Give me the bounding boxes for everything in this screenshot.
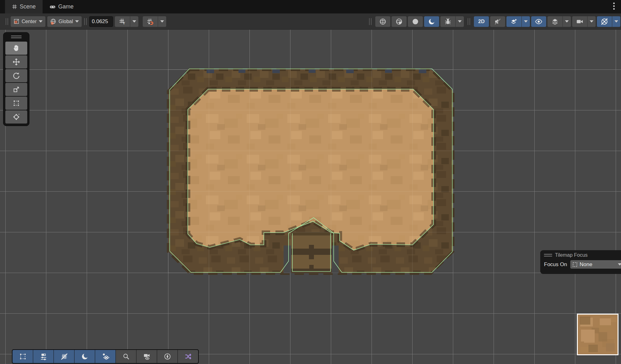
scene-lighting-toggle[interactable] (424, 16, 439, 27)
scene-effects-toggle[interactable] (506, 16, 521, 27)
grid-size-input[interactable] (89, 16, 113, 27)
camera-overlay-dropdown[interactable] (588, 16, 596, 27)
layers-icon (551, 18, 559, 25)
toolbar-drag-handle[interactable] (468, 18, 470, 25)
scene-toolbar: Center Global Y (0, 13, 621, 30)
audio-toggle[interactable] (490, 16, 505, 27)
eye-icon (535, 18, 543, 26)
move-tool[interactable] (5, 55, 27, 68)
camera-overlay-button[interactable] (572, 16, 587, 27)
overlay-drag-handle[interactable] (544, 254, 552, 256)
pivot-mode-label: Center (22, 19, 37, 24)
more-menu-button[interactable] (611, 3, 617, 10)
search-button[interactable] (116, 350, 136, 363)
scale-icon (13, 86, 20, 93)
grid-visibility-button[interactable] (54, 350, 74, 363)
overlay-drag-handle[interactable] (5, 34, 27, 40)
tools-overlay (3, 32, 29, 126)
chevron-down-icon (39, 20, 43, 23)
tilemap-focus-title: Tilemap Focus (555, 252, 588, 258)
shaded-wireframe-toggle[interactable] (375, 16, 390, 27)
layers-dropdown[interactable] (563, 16, 571, 27)
grid-axis-button[interactable]: Y (115, 16, 130, 27)
chevron-down-icon (618, 263, 621, 265)
diamond-grid-icon (101, 352, 110, 361)
grid-snap-dropdown[interactable] (158, 16, 166, 27)
toolbar-drag-handle[interactable] (84, 18, 87, 25)
svg-text:Y: Y (123, 21, 126, 25)
chevron-down-icon (160, 20, 164, 23)
navigation-button[interactable] (157, 350, 177, 363)
toolbar-drag-handle[interactable] (369, 18, 372, 25)
wire-sphere-icon (379, 18, 387, 25)
rect-tool[interactable] (5, 97, 27, 110)
grid-axis-dropdown[interactable] (130, 16, 138, 27)
tile-brush-preview (577, 314, 618, 355)
tab-scene-label: Scene (20, 3, 36, 10)
globe-icon (50, 18, 56, 25)
crescent-moon-icon (81, 352, 89, 361)
shading-mode-toggle[interactable] (392, 16, 407, 27)
gamepad-icon (49, 4, 56, 9)
gizmo-sphere-icon (600, 18, 608, 26)
video-camera-icon (576, 18, 583, 25)
tab-bar: Scene Game (0, 0, 621, 13)
chevron-down-icon (590, 20, 593, 23)
grid-snap-magnet-icon (147, 18, 154, 25)
rotate-tool[interactable] (5, 69, 27, 82)
tab-game-label: Game (58, 3, 74, 10)
scene-view-canvas[interactable]: Tilemap Focus Focus On None (0, 30, 621, 364)
transform-tool[interactable] (5, 110, 27, 124)
transform-icon (13, 113, 20, 121)
rotate-icon (13, 72, 20, 79)
debug-mode-button[interactable] (440, 16, 455, 27)
grid-icon (12, 4, 17, 9)
scene-lighting-off-toggle[interactable] (408, 16, 423, 27)
2d-mode-toggle[interactable]: 2D (474, 16, 489, 27)
half-sphere-icon (395, 18, 403, 25)
tilemap-scene[interactable] (0, 30, 621, 364)
shuffle-icon (184, 352, 192, 361)
dashed-rect-icon (572, 262, 578, 267)
layers-button[interactable] (547, 16, 562, 27)
scale-tool[interactable] (5, 83, 27, 96)
tilemap-focus-overlay: Tilemap Focus Focus On None (540, 250, 621, 274)
grid-snap-button[interactable] (143, 16, 158, 27)
tool-settings-button[interactable] (33, 350, 54, 363)
muted-speaker-icon (494, 18, 501, 25)
chevron-down-icon (132, 20, 136, 23)
gizmos-toggle[interactable] (597, 16, 612, 27)
camera-preview-button[interactable] (136, 350, 157, 363)
camera-eye-icon (143, 352, 151, 361)
compass-icon (163, 352, 172, 361)
grid-slash-icon (60, 352, 68, 361)
gizmos-dropdown[interactable] (612, 16, 620, 27)
bug-icon (444, 18, 452, 25)
scene-effects-dropdown[interactable] (522, 16, 530, 27)
tab-game[interactable]: Game (43, 0, 80, 13)
tile-palette-button[interactable] (95, 350, 115, 363)
tab-scene[interactable]: Scene (5, 0, 43, 13)
sliders-icon (39, 352, 48, 361)
view-hand-tool[interactable] (5, 42, 27, 55)
2d-label: 2D (478, 19, 485, 24)
magnifier-icon (122, 352, 130, 361)
effects-sparkle-icon (510, 18, 518, 25)
focus-on-label: Focus On (544, 261, 567, 268)
orientation-dropdown[interactable]: Global (47, 16, 82, 27)
scene-visibility-toggle[interactable] (531, 16, 546, 27)
debug-mode-dropdown[interactable] (456, 16, 464, 27)
pivot-mode-dropdown[interactable]: Center (11, 16, 45, 27)
crescent-moon-icon (428, 18, 435, 25)
hand-icon (13, 44, 20, 52)
toolbar-drag-handle[interactable] (6, 18, 8, 25)
focus-on-dropdown[interactable]: None (570, 260, 621, 269)
grid-y-icon: Y (119, 18, 126, 25)
dirt-tile-image (578, 315, 618, 354)
chevron-down-icon (458, 20, 462, 23)
move-arrows-icon (13, 58, 20, 66)
lighting-toggle-button[interactable] (74, 350, 95, 363)
randomize-button[interactable] (178, 350, 198, 363)
pivot-center-icon (13, 18, 19, 24)
tile-select-button[interactable] (13, 350, 33, 363)
